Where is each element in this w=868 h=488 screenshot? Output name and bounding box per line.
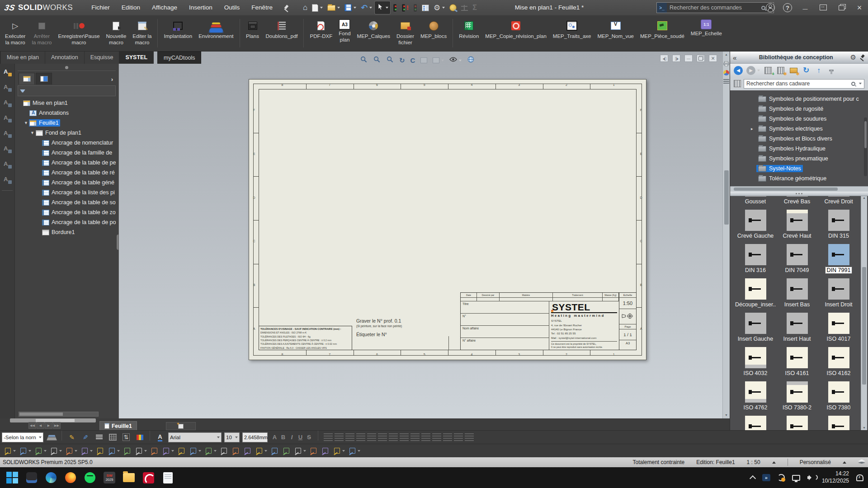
account-icon[interactable] xyxy=(766,3,775,12)
library-folder-systel-notes[interactable]: Systel-Notes xyxy=(730,164,868,174)
expander-arrow-icon[interactable] xyxy=(751,127,756,131)
create-library-button[interactable]: ✱ xyxy=(776,66,785,75)
select-cursor-button[interactable] xyxy=(375,1,390,14)
format-a-button[interactable]: A xyxy=(270,432,279,442)
line-format-icon[interactable] xyxy=(94,432,104,442)
dropdown-caret-icon[interactable] xyxy=(264,450,267,452)
color-display-icon[interactable] xyxy=(134,432,145,442)
tree-item-ancrage-de-la-table-de-zo[interactable]: Ancrage de la table de zo xyxy=(15,207,118,217)
dropdown-caret-icon[interactable] xyxy=(59,450,62,452)
layer-combo[interactable]: -Selon la norn xyxy=(2,432,43,442)
library-item-iso-4162[interactable]: ISO 4162 xyxy=(818,347,859,381)
tree-filter[interactable] xyxy=(18,85,116,96)
mirror-entities-button[interactable] xyxy=(176,446,187,456)
zoom-in-out-button[interactable] xyxy=(385,55,395,66)
color-palette-icon[interactable] xyxy=(723,70,729,75)
library-item-insert-haut[interactable]: Insert Haut xyxy=(776,313,818,347)
header-value-cell[interactable] xyxy=(500,298,553,301)
home-button[interactable] xyxy=(301,1,309,14)
dropdown-caret-icon[interactable] xyxy=(337,7,340,9)
command-search-input[interactable] xyxy=(667,5,761,11)
number-list-button[interactable] xyxy=(389,433,398,441)
previous-sheet-button[interactable]: ◀ xyxy=(37,422,44,429)
undo-button[interactable] xyxy=(359,1,374,14)
library-item[interactable] xyxy=(818,416,859,430)
dropdown-caret-icon[interactable] xyxy=(28,450,31,452)
library-item[interactable] xyxy=(735,416,776,430)
file-explorer-icon[interactable] xyxy=(123,473,135,482)
scroll-down-icon[interactable]: ▼ xyxy=(862,426,867,430)
tree-item-ancrage-de-la-table-de-re[interactable]: Ancrage de la table de ré xyxy=(15,168,118,178)
header-value-cell[interactable] xyxy=(461,298,477,301)
force-rebuild-button[interactable]: ! xyxy=(400,1,410,14)
mep-calques-button[interactable]: MEP_Calques xyxy=(354,18,394,41)
library-folder-symboles-electriques[interactable]: Symboles electriques xyxy=(730,124,868,134)
document-restore-button[interactable] xyxy=(697,55,705,62)
new-document-button[interactable] xyxy=(310,1,325,14)
drawing-viewport[interactable]: ↻C TOLÉRANCES D'USINAGE - SAUF INDICATIO… xyxy=(119,52,722,418)
dropdown-caret-icon[interactable] xyxy=(342,450,345,452)
volume-icon[interactable] xyxy=(807,474,815,481)
dropdown-caret-icon[interactable] xyxy=(459,60,462,61)
smart-dimension-button[interactable] xyxy=(3,446,17,456)
scroll-down-icon[interactable]: ▼ xyxy=(724,412,729,418)
field-n[interactable]: N° xyxy=(461,314,549,326)
surface-finish-button[interactable] xyxy=(231,446,241,456)
tree-item-fond-de-plan1[interactable]: Fond de plan1 xyxy=(15,128,118,138)
featuremanager-tab[interactable] xyxy=(19,73,35,84)
edit-macro-button[interactable]: Editer lamacro xyxy=(129,18,155,47)
up-level-button[interactable] xyxy=(814,66,823,75)
surface-finish-icon[interactable] xyxy=(2,129,12,139)
tab-systel[interactable]: SYSTEL xyxy=(119,52,154,64)
line-spacing-button[interactable] xyxy=(367,433,376,441)
format-i-button[interactable]: I xyxy=(288,432,296,442)
font-combo[interactable]: Arial xyxy=(168,432,222,442)
view-settings-button[interactable] xyxy=(466,55,476,66)
expander-arrow-icon[interactable] xyxy=(29,131,35,135)
offset-entities-button[interactable] xyxy=(161,446,175,456)
library-item-din-7991[interactable]: DIN 7991 xyxy=(818,244,859,278)
move-entities-button[interactable] xyxy=(203,446,217,456)
tree-item-ancrage-de-nomenclatur[interactable]: Ancrage de nomenclatur xyxy=(15,138,118,148)
scrollbar-thumb[interactable] xyxy=(862,267,866,385)
arc-button[interactable] xyxy=(64,446,78,456)
library-item-din-316[interactable]: DIN 316 xyxy=(735,244,776,278)
library-item-din-7049[interactable]: DIN 7049 xyxy=(776,244,818,278)
note-button[interactable] xyxy=(18,446,32,456)
gear-icon[interactable] xyxy=(850,53,856,61)
area-hatch-button[interactable] xyxy=(320,446,330,456)
notification-bell-icon[interactable] xyxy=(856,474,863,481)
library-item-iso-4017[interactable]: ISO 4017 xyxy=(818,313,859,347)
open-document-button[interactable] xyxy=(326,1,342,14)
centerline-button[interactable] xyxy=(293,446,307,456)
dropdown-caret-icon[interactable] xyxy=(44,450,47,452)
tree-item-ancrage-de-la-table-de-so[interactable]: Ancrage de la table de so xyxy=(15,197,118,207)
library-item-iso-4032[interactable]: ISO 4032 xyxy=(735,347,776,381)
hole-callout-button[interactable] xyxy=(281,446,292,456)
hole-callout-icon[interactable] xyxy=(2,160,12,169)
library-item-creve-bas[interactable]: Crevé Bas xyxy=(776,196,818,210)
display-style-button[interactable] xyxy=(448,55,463,66)
library-item-gousset[interactable]: Gousset xyxy=(735,196,776,210)
fond-plan-button[interactable]: A3Fondplan xyxy=(335,18,354,45)
library-item[interactable] xyxy=(776,416,818,430)
dropdown-caret-icon[interactable] xyxy=(441,60,444,61)
header-value-cell[interactable] xyxy=(553,298,603,301)
panel-grip[interactable] xyxy=(18,65,116,71)
implantation-button[interactable]: Implantation xyxy=(160,18,195,41)
scrollbar-thumb[interactable] xyxy=(724,170,729,225)
library-item-creve-droit[interactable]: Crevé Droit xyxy=(818,196,859,210)
panel-expand-chevron-icon[interactable] xyxy=(111,76,113,83)
library-item-insert-droit[interactable]: Insert Droit xyxy=(818,278,859,313)
tree-item-mise-en-plan1[interactable]: Mise en plan1 xyxy=(15,98,118,108)
library-item-creve-gauche[interactable]: Crevé Gauche xyxy=(735,210,776,244)
panel-splitter-handle[interactable] xyxy=(117,235,118,250)
first-sheet-button[interactable]: ◀◀ xyxy=(28,422,36,429)
units-setting[interactable]: Personnalisé xyxy=(800,459,831,465)
folder-tree-horizontal-scrollbar[interactable] xyxy=(730,186,868,192)
library-item-iso-4161[interactable]: ISO 4161 xyxy=(776,347,818,381)
block-button[interactable] xyxy=(347,446,361,456)
library-folder-symboles-hydraulique[interactable]: Symboles Hydraulique xyxy=(730,144,868,154)
library-item-insert-bas[interactable]: Insert Bas xyxy=(776,278,818,313)
menu-fichier[interactable]: Fichier xyxy=(85,0,116,15)
